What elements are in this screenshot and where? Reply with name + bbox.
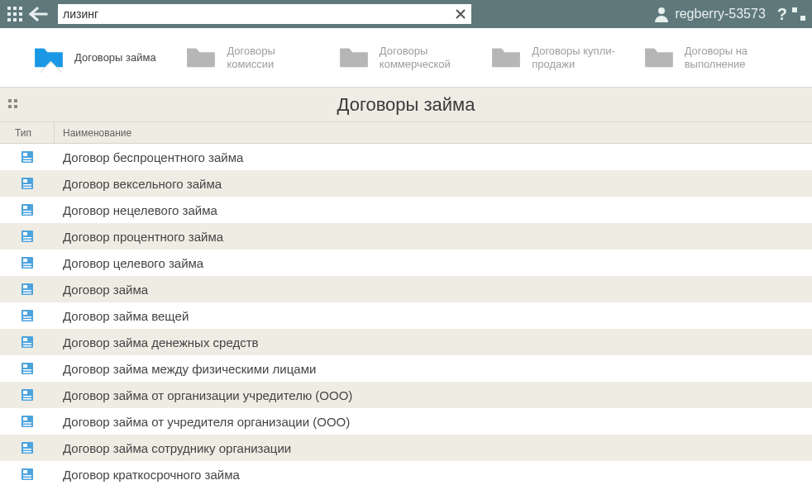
svg-rect-63 xyxy=(23,451,31,453)
svg-rect-51 xyxy=(23,372,31,373)
table-row[interactable]: Договор краткосрочного займа xyxy=(0,461,812,487)
svg-rect-37 xyxy=(23,285,27,288)
svg-rect-22 xyxy=(23,184,31,186)
svg-rect-0 xyxy=(7,7,11,10)
table-row[interactable]: Договор беспроцентного займа xyxy=(0,144,812,170)
svg-rect-13 xyxy=(14,99,17,102)
apps-icon[interactable] xyxy=(7,6,23,22)
search-input[interactable] xyxy=(63,7,455,21)
row-name: Договор займа между физическими лицами xyxy=(55,362,812,376)
table-row[interactable]: Договор займа xyxy=(0,276,812,302)
table-row[interactable]: Договор процентного займа xyxy=(0,223,812,250)
table-row[interactable]: Договор нецелевого займа xyxy=(0,197,812,223)
svg-rect-38 xyxy=(23,290,31,292)
row-type-icon xyxy=(0,441,55,454)
tab-0[interactable]: Договоры займа xyxy=(33,44,177,71)
svg-rect-1 xyxy=(13,7,17,10)
tab-1[interactable]: Договоры комиссии xyxy=(185,44,329,71)
svg-rect-45 xyxy=(23,338,27,341)
svg-rect-15 xyxy=(14,105,17,108)
folder-icon xyxy=(643,44,675,71)
row-name: Договор краткосрочного займа xyxy=(55,468,812,482)
row-name: Договор процентного займа xyxy=(55,230,812,244)
svg-rect-5 xyxy=(19,12,22,16)
svg-rect-54 xyxy=(23,396,31,397)
search-clear-icon[interactable] xyxy=(455,8,466,20)
svg-rect-59 xyxy=(23,425,31,426)
svg-rect-25 xyxy=(23,206,27,209)
column-header-type[interactable]: Тип xyxy=(0,122,55,143)
table-row[interactable]: Договор займа вещей xyxy=(0,302,812,329)
help-button[interactable]: ? xyxy=(777,5,787,24)
row-name: Договор займа сотруднику организации xyxy=(55,441,812,455)
svg-point-9 xyxy=(658,7,665,14)
svg-rect-17 xyxy=(23,153,27,156)
svg-rect-53 xyxy=(23,391,27,394)
table-row[interactable]: Договор вексельного займа xyxy=(0,170,812,197)
table-row[interactable]: Договор займа от учредителя организации … xyxy=(0,408,812,435)
row-type-icon xyxy=(0,177,55,190)
svg-rect-47 xyxy=(23,345,31,347)
search-field[interactable] xyxy=(58,4,471,24)
user-menu[interactable]: regberry-53573 xyxy=(653,6,765,22)
tab-label: Договоры на выполнение xyxy=(685,45,776,70)
folder-icon xyxy=(338,44,370,71)
tab-label: Договоры займа xyxy=(74,51,156,64)
svg-rect-4 xyxy=(13,12,17,16)
svg-rect-61 xyxy=(23,444,27,447)
svg-rect-27 xyxy=(23,213,31,215)
table-row[interactable]: Договор целевого займа xyxy=(0,250,812,276)
row-name: Договор займа от учредителя организации … xyxy=(55,415,812,429)
svg-rect-58 xyxy=(23,422,31,424)
svg-rect-19 xyxy=(23,160,31,162)
tab-label: Договоры коммерческой xyxy=(380,45,470,70)
row-name: Договор беспроцентного займа xyxy=(55,150,812,164)
top-bar: regberry-53573 ? xyxy=(0,0,812,28)
table-body: Договор беспроцентного займа Договор век… xyxy=(0,144,812,487)
svg-rect-7 xyxy=(13,18,17,21)
row-type-icon xyxy=(0,150,55,164)
svg-rect-12 xyxy=(8,99,12,102)
table-row[interactable]: Договор займа денежных средств xyxy=(0,329,812,355)
folder-icon xyxy=(185,44,217,71)
svg-rect-67 xyxy=(23,478,31,479)
svg-rect-46 xyxy=(23,343,31,345)
svg-rect-39 xyxy=(23,292,31,294)
row-type-icon xyxy=(0,362,55,375)
page-title: Договоры займа xyxy=(337,94,475,116)
svg-rect-34 xyxy=(23,264,31,265)
row-type-icon xyxy=(0,388,55,402)
tab-4[interactable]: Договоры на выполнение xyxy=(643,44,787,71)
svg-rect-14 xyxy=(8,105,12,108)
svg-rect-3 xyxy=(7,12,11,16)
table-row[interactable]: Договор займа сотруднику организации xyxy=(0,435,812,461)
svg-rect-57 xyxy=(23,417,27,421)
row-name: Договор займа xyxy=(55,283,812,297)
svg-rect-55 xyxy=(23,398,31,400)
table-row[interactable]: Договор займа от организации учредителю … xyxy=(0,382,812,408)
svg-rect-42 xyxy=(23,316,31,318)
svg-rect-65 xyxy=(23,470,27,473)
tab-2[interactable]: Договоры коммерческой xyxy=(338,44,482,71)
back-button[interactable] xyxy=(28,6,48,22)
svg-rect-49 xyxy=(23,364,27,368)
drag-handle-icon[interactable] xyxy=(8,99,23,111)
svg-rect-10 xyxy=(792,7,797,12)
svg-rect-8 xyxy=(19,18,22,21)
column-header-name[interactable]: Наименование xyxy=(55,122,812,143)
svg-rect-31 xyxy=(23,240,31,241)
fullscreen-button[interactable] xyxy=(792,7,805,21)
tab-3[interactable]: Договоры купли-продажи xyxy=(490,44,634,71)
row-name: Договор нецелевого займа xyxy=(55,203,812,217)
row-name: Договор займа вещей xyxy=(55,309,812,323)
row-type-icon xyxy=(0,256,55,269)
svg-rect-50 xyxy=(23,369,31,371)
svg-rect-6 xyxy=(7,18,11,21)
table-row[interactable]: Договор займа между физическими лицами xyxy=(0,355,812,382)
tab-label: Договоры комиссии xyxy=(227,45,318,70)
svg-rect-30 xyxy=(23,237,31,239)
row-name: Договор займа денежных средств xyxy=(55,335,812,349)
svg-rect-35 xyxy=(23,266,31,268)
user-name: regberry-53573 xyxy=(675,7,765,21)
row-type-icon xyxy=(0,415,55,428)
